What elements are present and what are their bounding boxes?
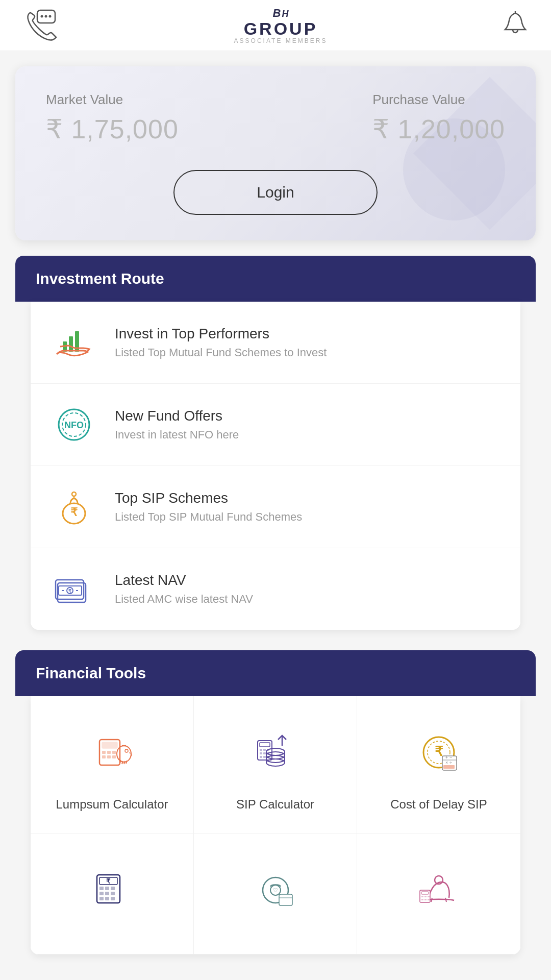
logo-group-text: GROUP [244, 20, 318, 37]
svg-rect-23 [102, 742, 117, 748]
new-fund-offers-text: New Fund Offers Invest in latest NFO her… [115, 408, 239, 442]
latest-nav-text: Latest NAV Listed AMC wise latest NAV [115, 572, 253, 606]
svg-point-1 [41, 15, 43, 17]
top-sip-schemes-subtitle: Listed Top SIP Mutual Fund Schemes [115, 510, 302, 524]
svg-rect-71 [99, 892, 104, 895]
svg-rect-72 [105, 892, 109, 895]
svg-text:♡: ♡ [273, 887, 278, 893]
cost-of-delay-sip-icon: ₹ + − × ÷ [408, 722, 469, 783]
market-value-block: Market Value ₹ 1,75,000 [46, 92, 179, 144]
svg-text:₹: ₹ [106, 877, 111, 885]
cost-of-delay-sip-tool[interactable]: ₹ + − × ÷ Cost of Delay SIP [357, 696, 520, 834]
logo-h: H [282, 9, 288, 19]
svg-rect-53 [267, 756, 269, 758]
svg-point-3 [49, 15, 52, 17]
notification-bell[interactable] [500, 9, 531, 42]
tool-6-icon [408, 860, 469, 921]
svg-text:₹: ₹ [68, 589, 71, 594]
top-sip-schemes-title: Top SIP Schemes [115, 490, 302, 506]
svg-text:₹: ₹ [435, 744, 443, 759]
svg-rect-27 [102, 755, 106, 758]
investment-route-header: Investment Route [15, 256, 536, 302]
invest-top-performers-icon [51, 320, 97, 365]
market-value-card: Market Value ₹ 1,75,000 Purchase Value ₹… [15, 66, 536, 240]
logo-bh: B [273, 7, 281, 20]
svg-rect-24 [102, 751, 106, 754]
svg-rect-70 [111, 887, 115, 890]
svg-line-34 [124, 761, 125, 764]
tool-4-icon: ₹ [82, 860, 143, 921]
financial-tools-section: Financial Tools [15, 650, 536, 954]
latest-nav-subtitle: Listed AMC wise latest NAV [115, 593, 253, 606]
svg-rect-51 [260, 756, 262, 758]
svg-rect-6 [69, 336, 73, 352]
svg-text:₹: ₹ [70, 506, 78, 519]
financial-tools-header: Financial Tools [15, 650, 536, 696]
cost-of-delay-sip-label: Cost of Delay SIP [390, 796, 487, 813]
svg-rect-87 [421, 896, 423, 897]
svg-rect-89 [428, 896, 430, 897]
svg-point-31 [125, 749, 128, 752]
latest-nav-title: Latest NAV [115, 572, 253, 589]
svg-rect-91 [424, 899, 427, 900]
svg-rect-90 [421, 899, 423, 900]
app-logo: B H GROUP ASSOCIATE MEMBERS [234, 7, 328, 44]
svg-text:÷: ÷ [449, 760, 452, 765]
new-fund-offers-subtitle: Invest in latest NFO here [115, 428, 239, 442]
new-fund-offers-item[interactable]: NFO New Fund Offers Invest in latest NFO… [31, 384, 520, 466]
nfo-icon: NFO [51, 402, 97, 448]
logo-subtitle: ASSOCIATE MEMBERS [234, 37, 328, 44]
svg-point-2 [45, 15, 47, 17]
market-value-amount: ₹ 1,75,000 [46, 114, 179, 144]
svg-line-35 [126, 761, 127, 764]
top-sip-schemes-item[interactable]: ₹ Top SIP Schemes Listed Top SIP Mutual … [31, 466, 520, 548]
svg-rect-80 [279, 894, 292, 905]
svg-text:+: + [445, 755, 448, 760]
svg-point-13 [72, 492, 76, 496]
tool-5-item[interactable]: ♡ [194, 834, 357, 954]
top-sip-icon: ₹ [51, 484, 97, 530]
svg-rect-64 [443, 765, 455, 769]
svg-rect-46 [263, 749, 266, 751]
sip-calculator-icon [245, 722, 306, 783]
latest-nav-item[interactable]: ₹ Latest NAV Listed AMC wise latest NAV [31, 548, 520, 630]
svg-rect-28 [107, 755, 111, 758]
svg-rect-88 [424, 896, 427, 897]
financial-tools-grid: Lumpsum Calculator [31, 696, 520, 954]
invest-top-performers-title: Invest in Top Performers [115, 326, 327, 342]
sip-calculator-tool[interactable]: SIP Calculator [194, 696, 357, 834]
invest-top-performers-text: Invest in Top Performers Listed Top Mutu… [115, 326, 327, 359]
svg-rect-75 [105, 897, 109, 900]
svg-rect-25 [107, 751, 111, 754]
tool-4-item[interactable]: ₹ [31, 834, 194, 954]
svg-rect-68 [99, 887, 104, 890]
investment-route-list: Invest in Top Performers Listed Top Mutu… [31, 302, 520, 630]
svg-text:NFO: NFO [64, 420, 84, 430]
svg-rect-50 [267, 752, 269, 754]
lumpsum-calculator-tool[interactable]: Lumpsum Calculator [31, 696, 194, 834]
new-fund-offers-title: New Fund Offers [115, 408, 239, 424]
latest-nav-icon: ₹ [51, 566, 97, 612]
tool-6-item[interactable] [357, 834, 520, 954]
svg-text:−: − [449, 755, 452, 760]
login-button[interactable]: Login [173, 170, 378, 215]
chat-phone-icon[interactable] [20, 5, 61, 46]
svg-rect-92 [428, 899, 430, 900]
header: B H GROUP ASSOCIATE MEMBERS [0, 0, 551, 51]
purchase-value-block: Purchase Value ₹ 1,20,000 [372, 92, 505, 144]
lumpsum-calculator-icon [82, 722, 143, 783]
investment-route-title: Investment Route [36, 270, 164, 287]
sip-calculator-label: SIP Calculator [236, 796, 314, 813]
svg-rect-76 [111, 897, 115, 900]
svg-rect-44 [260, 743, 270, 747]
investment-route-section: Investment Route Invest in Top Performer… [15, 256, 536, 630]
svg-rect-69 [105, 887, 109, 890]
financial-tools-title: Financial Tools [36, 665, 146, 681]
purchase-value-label: Purchase Value [372, 92, 505, 108]
svg-point-30 [117, 746, 131, 762]
tool-5-icon: ♡ [245, 860, 306, 921]
svg-rect-49 [263, 752, 266, 754]
top-sip-schemes-text: Top SIP Schemes Listed Top SIP Mutual Fu… [115, 490, 302, 524]
invest-top-performers-item[interactable]: Invest in Top Performers Listed Top Mutu… [31, 302, 520, 384]
svg-line-84 [445, 898, 446, 902]
